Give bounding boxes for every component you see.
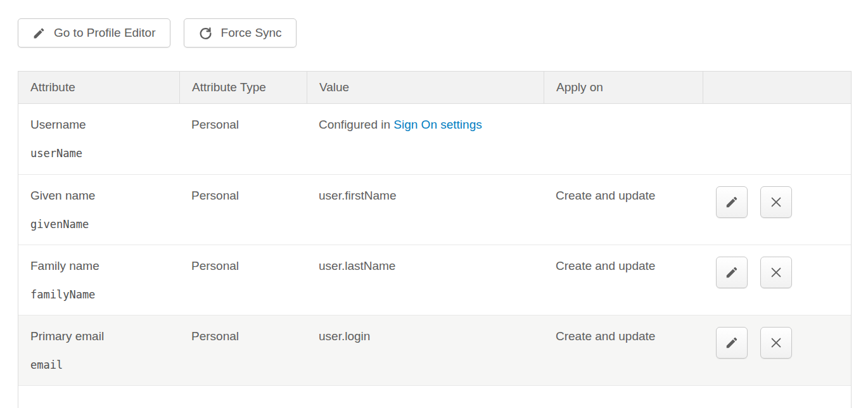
attribute-name: givenName <box>30 215 173 233</box>
header-attribute-type: Attribute Type <box>179 72 307 103</box>
attribute-label: Primary email <box>30 328 173 345</box>
header-attribute: Attribute <box>18 72 179 103</box>
attribute-type: Personal <box>191 116 300 134</box>
attribute-value: Configured in Sign On settings <box>319 116 537 134</box>
toolbar: Go to Profile Editor Force Sync <box>18 18 297 48</box>
close-icon <box>769 195 783 209</box>
attribute-type: Personal <box>191 187 300 205</box>
table-row: Given name givenName Personal user.first… <box>18 174 851 245</box>
force-sync-button[interactable]: Force Sync <box>184 18 297 48</box>
attribute-name: userName <box>30 144 173 162</box>
edit-attribute-button[interactable] <box>716 327 748 359</box>
attribute-type: Personal <box>191 257 300 275</box>
attribute-label: Family name <box>30 257 173 275</box>
attribute-type: Personal <box>191 328 300 345</box>
apply-on-value: Create and update <box>556 257 696 275</box>
attribute-name: email <box>30 356 173 374</box>
go-to-profile-editor-label: Go to Profile Editor <box>54 26 156 40</box>
pencil-icon <box>32 27 46 40</box>
remove-attribute-button[interactable] <box>760 327 792 359</box>
table-header-row: Attribute Attribute Type Value Apply on <box>18 72 851 104</box>
header-actions <box>703 72 851 103</box>
sign-on-settings-link[interactable]: Sign On settings <box>393 118 482 131</box>
table-row: Primary email email Personal user.login … <box>18 315 851 385</box>
header-apply-on: Apply on <box>544 72 703 103</box>
edit-attribute-button[interactable] <box>716 257 748 288</box>
table-row: Username userName Personal Configured in… <box>18 104 851 174</box>
pencil-icon <box>725 195 739 209</box>
force-sync-label: Force Sync <box>221 26 282 40</box>
close-icon <box>769 265 783 279</box>
attribute-mapping-table: Attribute Attribute Type Value Apply on … <box>18 71 852 408</box>
apply-on-value: Create and update <box>556 187 696 205</box>
header-value: Value <box>307 72 544 103</box>
apply-on-value: Create and update <box>556 328 696 345</box>
close-icon <box>769 336 783 350</box>
attribute-label: Given name <box>30 187 173 205</box>
pencil-icon <box>725 265 739 279</box>
refresh-icon <box>198 26 213 41</box>
table-row: Family name familyName Personal user.las… <box>18 245 851 315</box>
attribute-value: user.firstName <box>319 187 537 205</box>
remove-attribute-button[interactable] <box>760 257 792 288</box>
table-row <box>18 385 851 408</box>
attribute-name: familyName <box>30 286 173 303</box>
remove-attribute-button[interactable] <box>760 186 792 218</box>
attribute-label: Username <box>30 116 173 134</box>
edit-attribute-button[interactable] <box>716 186 748 218</box>
attribute-value: user.lastName <box>319 257 537 275</box>
pencil-icon <box>725 336 739 350</box>
attribute-value: user.login <box>319 328 537 345</box>
go-to-profile-editor-button[interactable]: Go to Profile Editor <box>18 18 170 48</box>
